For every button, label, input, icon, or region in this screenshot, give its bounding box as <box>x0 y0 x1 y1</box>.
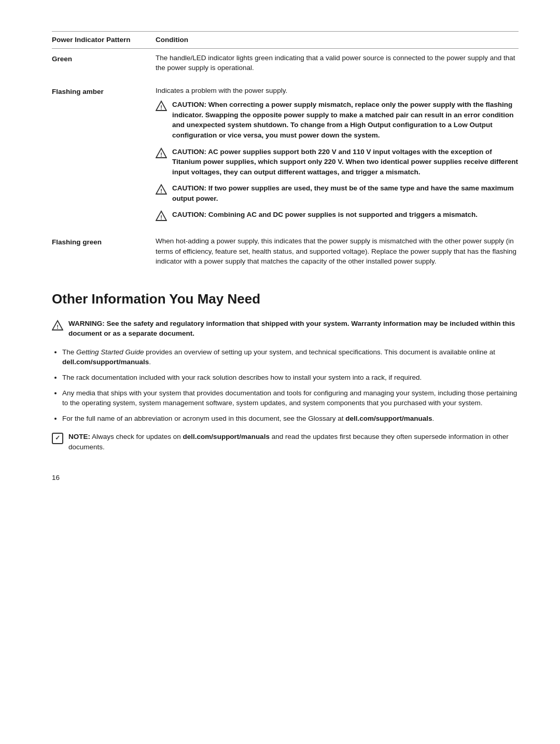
bullet-4-before: For the full name of an abbreviation or … <box>62 415 345 422</box>
svg-text:!: ! <box>160 214 162 221</box>
header-label-condition: Condition <box>156 36 188 44</box>
bullet-4-link: dell.com/support/manuals <box>345 415 432 422</box>
caution-block-2: ! CAUTION: AC power supplies support bot… <box>156 147 519 177</box>
flashing-amber-description: Indicates a problem with the power suppl… <box>156 86 519 96</box>
svg-text:!: ! <box>160 151 162 157</box>
note-link: dell.com/support/manuals <box>183 433 270 440</box>
note-text-before: Always check for updates on <box>90 433 183 440</box>
col-indicator-header: Power Indicator Pattern <box>52 35 156 45</box>
warning-block: ! WARNING: See the safety and regulatory… <box>52 319 519 339</box>
caution-block-1: ! CAUTION: When correcting a power suppl… <box>156 100 519 140</box>
bullet-1-end: . <box>149 358 151 366</box>
row-content-flashing-green: When hot-adding a power supply, this ind… <box>156 236 519 271</box>
section-title: Other Information You May Need <box>52 290 519 309</box>
bullet-3-text: Any media that ships with your system th… <box>62 389 517 407</box>
row-content-flashing-amber: Indicates a problem with the power suppl… <box>156 86 519 228</box>
bullet-list: The Getting Started Guide provides an ov… <box>62 347 519 423</box>
row-label-flashing-amber: Flashing amber <box>52 86 156 97</box>
svg-text:!: ! <box>57 323 59 329</box>
caution-text-1: CAUTION: When correcting a power supply … <box>172 100 519 140</box>
bullet-item-4: For the full name of an abbreviation or … <box>62 414 519 424</box>
power-indicator-table: Power Indicator Pattern Condition Green … <box>52 31 519 271</box>
flashing-green-description: When hot-adding a power supply, this ind… <box>156 236 519 267</box>
bullet-4-end: . <box>432 415 435 422</box>
bullet-1-link: dell.com/support/manuals <box>62 358 149 366</box>
bullet-1-after: provides an overview of setting up your … <box>144 348 495 356</box>
caution-text-4: CAUTION: Combining AC and DC power suppl… <box>172 210 478 220</box>
note-block: ✓ NOTE: Always check for updates on dell… <box>52 432 519 452</box>
bullet-1-italic: Getting Started Guide <box>76 348 144 356</box>
green-description: The handle/LED indicator lights green in… <box>156 53 519 73</box>
caution-block-4: ! CAUTION: Combining AC and DC power sup… <box>156 210 519 222</box>
bullet-2-text: The rack documentation included with you… <box>62 374 422 381</box>
warning-icon: ! <box>52 320 63 331</box>
other-information-section: Other Information You May Need ! WARNING… <box>52 290 519 452</box>
caution-block-3: ! CAUTION: If two power supplies are use… <box>156 183 519 203</box>
table-row-green: Green The handle/LED indicator lights gr… <box>52 53 519 77</box>
row-label-green: Green <box>52 53 156 64</box>
svg-text:!: ! <box>160 188 162 194</box>
caution-icon-3: ! <box>156 184 167 195</box>
header-label-indicator: Power Indicator Pattern <box>52 36 131 44</box>
warning-text: WARNING: See the safety and regulatory i… <box>68 319 519 339</box>
row-label-flashing-green: Flashing green <box>52 236 156 247</box>
bullet-item-3: Any media that ships with your system th… <box>62 388 519 408</box>
page-number: 16 <box>52 473 519 483</box>
bullet-1-before: The <box>62 348 76 356</box>
note-icon: ✓ <box>52 433 63 444</box>
bullet-item-1: The Getting Started Guide provides an ov… <box>62 347 519 367</box>
caution-text-3: CAUTION: If two power supplies are used,… <box>172 183 519 203</box>
caution-text-2: CAUTION: AC power supplies support both … <box>172 147 519 177</box>
svg-text:!: ! <box>160 104 162 111</box>
table-row-flashing-amber: Flashing amber Indicates a problem with … <box>52 86 519 228</box>
row-content-green: The handle/LED indicator lights green in… <box>156 53 519 77</box>
col-condition-header: Condition <box>156 35 519 45</box>
table-row-flashing-green: Flashing green When hot-adding a power s… <box>52 236 519 271</box>
caution-icon-2: ! <box>156 147 167 159</box>
caution-icon-4: ! <box>156 210 167 222</box>
table-header-row: Power Indicator Pattern Condition <box>52 31 519 49</box>
bullet-item-2: The rack documentation included with you… <box>62 373 519 383</box>
caution-icon-1: ! <box>156 100 167 112</box>
note-label: NOTE: <box>68 433 90 440</box>
note-text: NOTE: Always check for updates on dell.c… <box>68 432 519 452</box>
